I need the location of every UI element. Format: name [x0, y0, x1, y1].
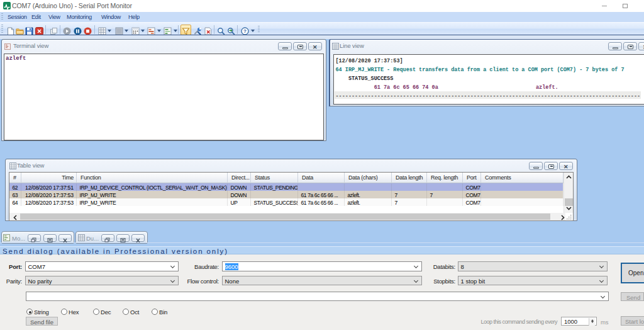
svg-text:?: ?	[243, 28, 247, 34]
